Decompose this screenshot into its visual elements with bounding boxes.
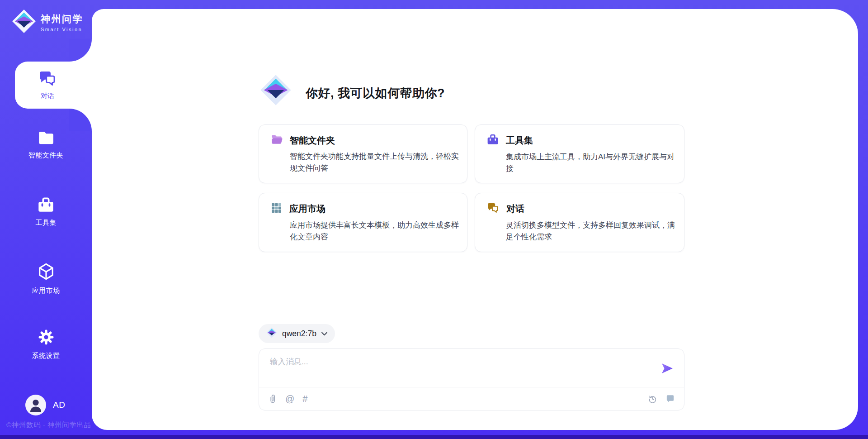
sidebar-item-app-market[interactable]: 应用市场 [0,262,92,295]
message-input[interactable] [269,355,632,382]
sidebar-item-label: 工具集 [35,219,57,227]
at-sign-icon[interactable]: @ [285,394,294,403]
model-name: qwen2:7b [282,329,316,339]
card-description: 智能文件夹功能支持批量文件上传与清洗，轻松实现文件问答 [290,151,459,174]
app-title: 神州问学 [41,13,83,25]
card-smart-folder[interactable]: 智能文件夹 智能文件夹功能支持批量文件上传与清洗，轻松实现文件问答 [259,124,467,183]
brand-text: 神州问学 Smart Vision [41,13,83,32]
card-description: 应用市场提供丰富长文本模板，助力高效生成多样化文章内容 [290,220,459,243]
chevron-down-icon [321,329,327,338]
card-chat[interactable]: 对话 灵活切换多模型文件，支持多样回复效果调试，满足个性化需求 [475,193,684,252]
sidebar-item-label: 应用市场 [32,286,60,295]
send-button[interactable] [660,363,674,375]
cube-icon [38,262,55,282]
toolbox-icon [38,197,54,215]
sidebar-item-chat[interactable]: 对话 [15,62,92,109]
paperclip-icon[interactable] [268,394,277,404]
card-description: 灵活切换多模型文件，支持多样回复效果调试，满足个性化需求 [506,220,675,243]
history-icon[interactable] [648,394,657,404]
active-tab-fillet-bottom [69,109,92,131]
chat-bubble-icon[interactable] [665,394,675,403]
app-tagline: Smart Vision [41,27,83,32]
grid-icon [271,202,282,215]
sidebar-item-settings[interactable]: 系统设置 [0,329,92,360]
message-composer: @ # [259,348,684,410]
user-account[interactable]: AD [25,395,65,415]
model-selector[interactable]: qwen2:7b [259,324,335,343]
toolbox-icon [487,134,499,147]
card-title: 工具集 [506,134,533,147]
gear-icon [38,329,55,348]
folder-icon [38,130,55,147]
sidebar-item-label: 系统设置 [32,352,60,360]
folder-open-icon [271,134,283,147]
paper-plane-icon [661,369,674,376]
chat-icon [487,202,499,215]
active-tab-fillet-top [69,39,92,62]
chat-icon [38,70,57,89]
card-title: 智能文件夹 [290,134,335,147]
card-toolset[interactable]: 工具集 集成市场上主流工具，助力AI与外界无缝扩展与对接 [475,124,684,183]
sidebar-item-label: 智能文件夹 [28,151,64,160]
card-description: 集成市场上主流工具，助力AI与外界无缝扩展与对接 [506,151,675,174]
composer-toolbar: @ # [259,387,684,410]
app-logo: 神州问学 Smart Vision [12,9,83,35]
card-title: 对话 [506,203,524,215]
model-diamond-icon [266,327,277,340]
user-name: AD [53,400,65,410]
avatar [25,395,46,415]
brand-diamond-icon [12,9,36,35]
hash-icon[interactable]: # [302,394,307,403]
sidebar-item-label: 对话 [41,92,54,100]
greeting-diamond-icon [260,74,292,108]
app-window: 神州问学 Smart Vision 对话 智能文件夹 [0,0,868,439]
card-app-market[interactable]: 应用市场 应用市场提供丰富长文本模板，助力高效生成多样化文章内容 [259,193,467,252]
sidebar-item-toolset[interactable]: 工具集 [0,197,92,227]
sidebar-item-smart-folder[interactable]: 智能文件夹 [0,130,92,160]
greeting-title: 你好, 我可以如何帮助你? [306,85,445,101]
copyright-text: ©神州数码 · 神州问学出品 [6,420,91,430]
bottom-edge-band [0,435,868,439]
card-title: 应用市场 [289,203,326,215]
